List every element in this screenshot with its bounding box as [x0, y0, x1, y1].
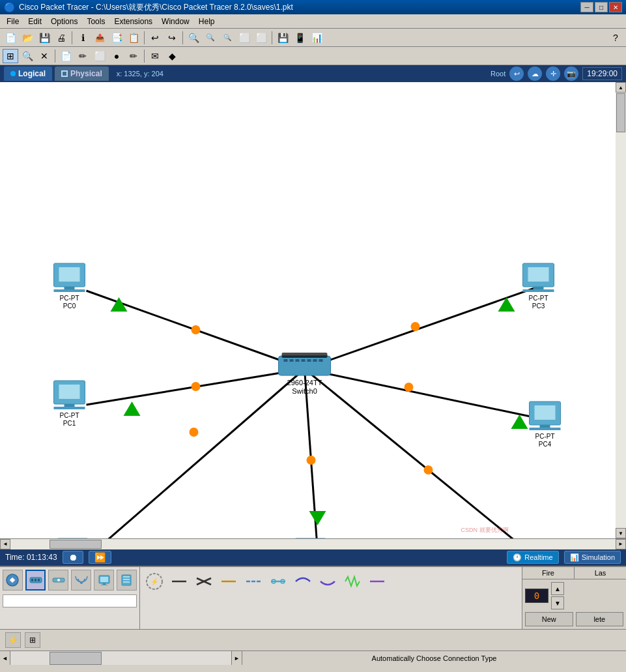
new-scenario-btn[interactable]: New — [525, 612, 573, 626]
panel-scroll-thumb[interactable] — [50, 652, 102, 665]
logical-tab[interactable]: Logical — [4, 66, 52, 81]
svg-text:PC-PT: PC-PT — [529, 295, 548, 302]
scroll-track[interactable] — [616, 93, 626, 528]
undo-btn[interactable]: ↩ — [147, 31, 163, 45]
draw-ellipse-btn[interactable]: ⬜ — [253, 31, 269, 45]
svg-text:PC3: PC3 — [532, 302, 545, 310]
servers-category[interactable] — [117, 570, 137, 591]
routers-category[interactable] — [3, 570, 23, 591]
paste-btn[interactable]: 📋 — [126, 31, 141, 45]
mail-btn[interactable]: ✉ — [147, 49, 163, 63]
scroll-left-arrow[interactable]: ◄ — [0, 539, 10, 549]
scroll-thumb[interactable] — [616, 93, 625, 132]
circle-btn[interactable]: ● — [109, 49, 124, 63]
export-btn[interactable]: 📤 — [92, 31, 107, 45]
zoom-out-btn[interactable]: 🔍 — [203, 31, 218, 45]
pcs-category[interactable] — [94, 570, 114, 591]
svg-text:2960-24TT: 2960-24TT — [287, 379, 322, 387]
chart-btn[interactable]: 📊 — [309, 31, 324, 45]
menu-help[interactable]: Help — [195, 16, 219, 27]
scroll-up-arrow[interactable]: ▲ — [616, 82, 626, 93]
save2-btn[interactable]: 💾 — [275, 31, 291, 45]
usb-cable[interactable] — [365, 570, 389, 593]
save-btn[interactable]: 💾 — [36, 31, 52, 45]
select-btn[interactable]: ⊞ — [3, 49, 18, 63]
svg-rect-26 — [302, 359, 306, 362]
device-icons-row — [0, 567, 139, 593]
diamond-btn[interactable]: ◆ — [164, 49, 180, 63]
pen-btn[interactable]: ✏ — [126, 49, 141, 63]
svg-rect-27 — [307, 359, 311, 362]
device-btn[interactable]: 📱 — [292, 31, 307, 45]
panel-scroll-left[interactable]: ◄ — [0, 651, 10, 665]
fiber-mm-cable[interactable] — [291, 570, 315, 593]
simulation-button[interactable]: 📊 Simulation — [564, 551, 621, 564]
hubs-category[interactable] — [48, 570, 68, 591]
panel-scroll-right[interactable]: ► — [232, 651, 242, 665]
camera-btn[interactable]: 📷 — [564, 66, 578, 81]
info-btn[interactable]: ℹ — [75, 31, 91, 45]
bottom-scrollbar[interactable]: ◄ ► — [0, 538, 626, 549]
play-btn[interactable]: ⏺ — [63, 551, 83, 564]
menu-tools[interactable]: Tools — [83, 16, 109, 27]
separator2 — [144, 31, 145, 44]
grid-icon[interactable]: ⊞ — [25, 632, 40, 648]
menu-extensions[interactable]: Extensions — [110, 16, 156, 27]
coax-cable[interactable] — [266, 570, 290, 593]
fiber-sm-cable[interactable] — [316, 570, 339, 593]
open-btn[interactable]: 📂 — [20, 31, 35, 45]
menu-bar: File Edit Options Tools Extensions Windo… — [0, 14, 626, 29]
hscroll-thumb[interactable] — [50, 540, 102, 549]
logical-dot — [10, 71, 16, 76]
physical-tab[interactable]: Physical — [55, 66, 109, 81]
straight-through-cable[interactable] — [167, 570, 191, 593]
zigzag-cable[interactable] — [341, 570, 364, 593]
realtime-button[interactable]: 🕐 Realtime — [507, 551, 558, 564]
counter-down-btn[interactable]: ▼ — [551, 596, 564, 609]
fire-tab[interactable]: Fire — [522, 567, 575, 579]
close-button[interactable]: ✕ — [609, 2, 622, 12]
menu-options[interactable]: Options — [47, 16, 81, 27]
svg-text:⚡: ⚡ — [150, 577, 159, 586]
scroll-down-arrow[interactable]: ▼ — [616, 528, 626, 538]
move-btn[interactable]: ✛ — [546, 66, 560, 81]
rect-btn[interactable]: ⬜ — [92, 49, 107, 63]
crossover-cable[interactable] — [192, 570, 216, 593]
last-tab[interactable]: Las — [575, 567, 626, 579]
draw-rect-btn[interactable]: ⬜ — [236, 31, 252, 45]
svg-line-2 — [83, 369, 305, 538]
back-btn[interactable]: ↩ — [509, 66, 524, 81]
note-btn[interactable]: 📄 — [58, 49, 74, 63]
phone-cable[interactable] — [242, 570, 265, 593]
menu-edit[interactable]: Edit — [24, 16, 46, 27]
zoom-fit-btn[interactable]: 🔍 — [220, 31, 235, 45]
svg-rect-79 — [35, 579, 36, 581]
counter-up-btn[interactable]: ▲ — [551, 582, 564, 595]
maximize-button[interactable]: □ — [595, 2, 608, 12]
wireless-category[interactable] — [71, 570, 91, 591]
menu-file[interactable]: File — [3, 16, 23, 27]
canvas-area[interactable]: 2960-24TT Switch0 PC-PT PC0 PC-PT PC1 PC… — [0, 82, 616, 538]
serial-cable[interactable] — [217, 570, 240, 593]
print-btn[interactable]: 🖨 — [53, 31, 69, 45]
switches-category[interactable] — [25, 570, 46, 591]
forward-btn[interactable]: ⏩ — [89, 551, 111, 564]
new-btn[interactable]: 📄 — [3, 31, 18, 45]
pencil-btn[interactable]: ✏ — [75, 49, 91, 63]
copy-btn[interactable]: 📑 — [109, 31, 124, 45]
search-btn[interactable]: 🔍 — [20, 49, 35, 63]
panel-scroll-track[interactable] — [10, 651, 232, 665]
help-btn[interactable]: ? — [608, 31, 623, 45]
cloud-btn[interactable]: ☁ — [528, 66, 542, 81]
scrollbar-right[interactable]: ▲ ▼ — [616, 82, 626, 538]
zoom-in-btn[interactable]: 🔍 — [186, 31, 201, 45]
menu-window[interactable]: Window — [158, 16, 193, 27]
minimize-button[interactable]: ─ — [580, 2, 593, 12]
hscroll-track[interactable] — [10, 539, 616, 549]
scroll-right-arrow[interactable]: ► — [616, 539, 626, 549]
auto-connection[interactable]: ⚡ — [143, 570, 166, 593]
lightning-icon[interactable]: ⚡ — [5, 632, 21, 648]
delete-scenario-btn[interactable]: lete — [576, 612, 624, 626]
redo-btn[interactable]: ↪ — [164, 31, 180, 45]
delete-btn[interactable]: ✕ — [36, 49, 52, 63]
